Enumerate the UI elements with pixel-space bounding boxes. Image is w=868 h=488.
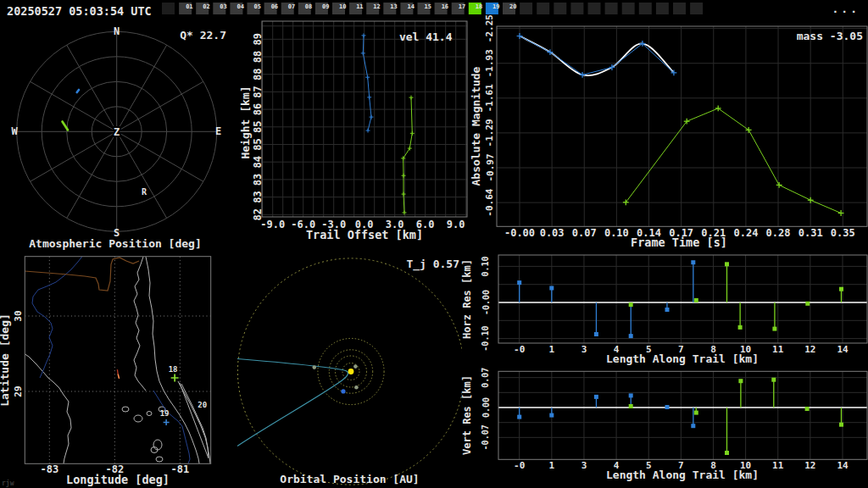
mercury-dot: [353, 364, 358, 369]
residual-point: [629, 302, 633, 307]
trail-y-tick: 84: [252, 156, 264, 168]
magnitude-y-tick: -1.93: [485, 49, 496, 77]
magnitude-x-tick: -0.00: [504, 227, 535, 239]
magnitude-x-tick: 0.31: [798, 227, 823, 239]
trail-x-tick: -9.0: [260, 219, 285, 230]
map-marker-label: 18: [169, 365, 178, 374]
residual-point: [594, 332, 598, 336]
magnitude-y-axis-label: Absolute Magnitude: [470, 66, 482, 186]
residual-point: [805, 407, 810, 411]
tisserand-badge: T_j 0.57: [406, 258, 459, 271]
residual-point: [629, 393, 633, 397]
res-x-tick: 3: [581, 344, 587, 355]
frame-number-label: 10: [339, 3, 346, 10]
frame-thumb[interactable]: [537, 3, 549, 14]
compass-east-label: E: [215, 125, 221, 137]
residual-point: [738, 379, 743, 383]
res-x-tick: 14: [837, 344, 849, 355]
residual-point: [517, 415, 521, 419]
q-badge: Q* 22.7: [180, 29, 226, 42]
magnitude-x-axis-label: Frame Time [s]: [631, 236, 727, 249]
frame-thumb[interactable]: [605, 3, 618, 14]
zenith-label: Z: [114, 126, 120, 138]
frame-number-label: 11: [356, 3, 363, 10]
magnitude-x-tick: 0.24: [733, 227, 758, 239]
res-x-tick: 11: [772, 344, 784, 355]
residual-point: [694, 411, 698, 415]
overflow-ellipsis[interactable]: ...: [832, 3, 860, 15]
app-window: 20250527 05:03:54 UTC 010203040506070809…: [0, 0, 868, 488]
velocity-badge: vel 41.4: [399, 30, 453, 43]
frame-thumb[interactable]: [570, 3, 583, 14]
trail-y-tick: 85: [252, 121, 264, 133]
magnitude-x-tick: 0.35: [831, 227, 855, 239]
magnitude-y-tick: -0.64: [485, 188, 496, 216]
residual-point: [549, 413, 554, 418]
atmospheric-title: Atmospheric Position [deg]: [29, 237, 202, 250]
trail-y-tick: 83: [252, 191, 264, 202]
residual-point: [594, 395, 598, 399]
residual-point: [839, 423, 843, 427]
vert-res-x-axis-label: Length Along Trail [km]: [606, 469, 759, 481]
res-x-tick: 1: [549, 460, 555, 471]
trail-y-axis-label: Height [km]: [239, 86, 252, 158]
trail-y-tick: 89: [252, 33, 264, 45]
frame-number-label: 19: [492, 3, 499, 10]
residual-point: [665, 405, 670, 409]
venus-dot: [354, 385, 359, 390]
map-marker-label: 20: [198, 401, 207, 409]
residual-point: [725, 262, 729, 266]
residual-point: [691, 424, 695, 428]
res-y-tick: -0.00: [481, 290, 491, 315]
sun-dot: [348, 369, 354, 374]
res-y-tick: 0.07: [481, 368, 491, 388]
trail-x-axis-label: Trail Offset [km]: [306, 228, 423, 241]
orbital-title: Orbital Position [AU]: [280, 473, 419, 485]
frame-thumb[interactable]: [162, 3, 175, 14]
trail-y-tick: 88: [252, 68, 264, 80]
residual-point: [694, 298, 698, 302]
residual-point: [549, 286, 554, 291]
frame-number-label: 06: [271, 3, 278, 10]
frame-thumb[interactable]: [588, 3, 601, 14]
frame-number-label: 02: [203, 3, 209, 10]
magnitude-x-tick: 0.07: [572, 227, 597, 239]
frame-thumb[interactable]: [673, 3, 686, 14]
res-x-tick: -0: [514, 460, 525, 471]
ground-track-upper: [117, 369, 118, 374]
frame-number-label: 03: [220, 3, 226, 10]
frame-thumb[interactable]: [690, 3, 703, 14]
timestamp: 20250527 05:03:54 UTC: [7, 4, 152, 18]
residual-point: [629, 404, 633, 408]
frame-number-label: 05: [254, 3, 261, 10]
vert-res-y-axis-label: Vert Res [km]: [461, 375, 473, 455]
magnitude-x-tick: 0.03: [540, 227, 565, 239]
mass-badge: mass -3.05: [797, 30, 863, 42]
frame-thumb[interactable]: [520, 3, 532, 14]
map-y-tick: 30: [13, 310, 24, 321]
mars-dot: [313, 365, 317, 369]
frame-number-label: 13: [390, 3, 397, 10]
residual-point: [691, 260, 695, 264]
residual-point: [517, 280, 521, 285]
res-y-tick: 0.10: [481, 256, 491, 276]
frame-number-label: 04: [236, 3, 243, 10]
frame-number-label: 18: [476, 3, 482, 10]
horz-res-x-axis-label: Length Along Trail [km]: [606, 352, 759, 365]
res-x-tick: 11: [772, 460, 784, 471]
frame-number-label: 17: [459, 3, 465, 10]
frame-thumb[interactable]: [622, 3, 635, 14]
frame-thumb[interactable]: [656, 3, 669, 14]
magnitude-y-tick: -1.29: [485, 119, 496, 147]
frame-thumb[interactable]: [639, 3, 652, 14]
res-x-tick: 14: [837, 460, 849, 471]
compass-north-label: N: [114, 25, 120, 37]
frame-number-label: 07: [288, 3, 295, 10]
compass-west-label: W: [11, 125, 18, 137]
frame-number-label: 09: [322, 3, 329, 10]
map-x-tick: -81: [170, 463, 189, 475]
frame-thumb[interactable]: [554, 3, 566, 14]
magnitude-y-tick: -0.97: [485, 153, 496, 181]
trail-y-tick: 83: [252, 174, 264, 186]
residual-point: [772, 327, 776, 331]
